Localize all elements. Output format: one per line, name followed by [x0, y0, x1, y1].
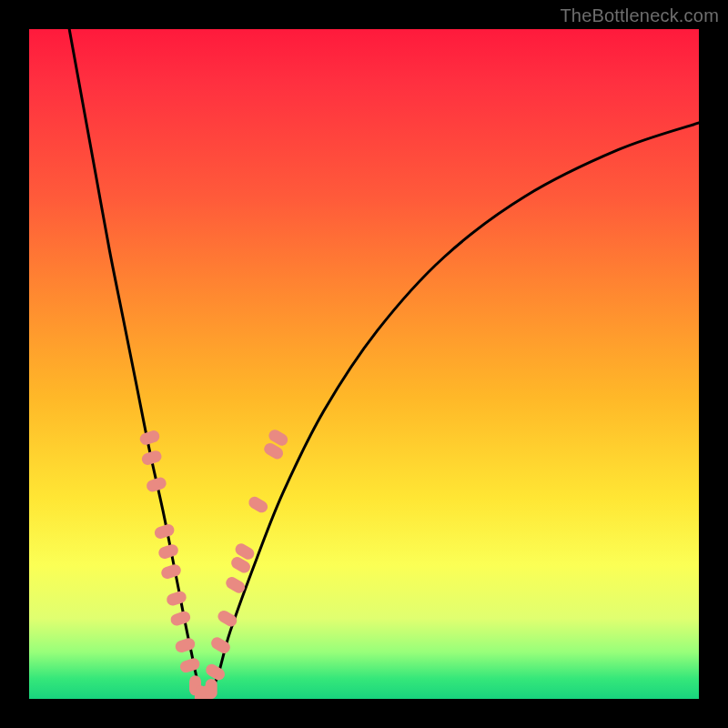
chart-frame: TheBottleneck.com — [0, 0, 728, 728]
svg-rect-5 — [160, 563, 183, 581]
curve-layer — [69, 29, 699, 699]
svg-rect-3 — [153, 522, 176, 540]
curve-marker — [206, 679, 217, 699]
curve-marker — [157, 542, 180, 560]
svg-rect-16 — [216, 609, 239, 629]
svg-rect-20 — [247, 494, 270, 514]
curve-marker — [169, 610, 192, 627]
curve-marker — [178, 657, 201, 674]
svg-rect-7 — [169, 610, 192, 627]
curve-marker — [216, 609, 239, 629]
svg-rect-4 — [157, 542, 180, 560]
curve-marker — [140, 449, 163, 466]
curve-marker — [145, 476, 167, 493]
svg-rect-6 — [165, 590, 187, 607]
marker-layer — [138, 428, 290, 699]
plot-area — [29, 29, 699, 699]
svg-rect-0 — [138, 429, 161, 446]
svg-rect-8 — [174, 637, 197, 654]
curve-marker — [138, 429, 161, 446]
svg-rect-1 — [140, 449, 163, 466]
bottleneck-curve-svg — [29, 29, 699, 699]
curve-marker — [160, 563, 183, 581]
svg-rect-9 — [178, 657, 201, 674]
curve-marker — [174, 637, 197, 654]
curve-marker — [165, 590, 187, 607]
watermark-text: TheBottleneck.com — [560, 5, 719, 26]
svg-rect-2 — [145, 476, 167, 493]
svg-rect-13 — [206, 679, 217, 699]
bottleneck-curve — [69, 29, 699, 699]
curve-marker — [153, 522, 176, 540]
curve-marker — [247, 494, 270, 514]
